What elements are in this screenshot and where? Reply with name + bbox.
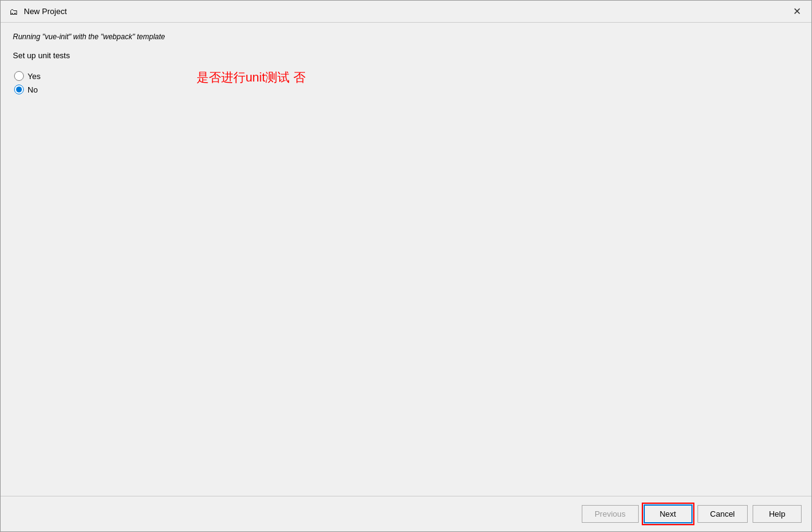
annotation-text: 是否进行unit测试 否	[197, 69, 306, 86]
subtitle-text: Running "vue-init" with the "webpack" te…	[13, 32, 799, 41]
next-button[interactable]: Next	[644, 504, 693, 523]
main-window: 🗂 New Project ✕ Running "vue-init" with …	[0, 0, 812, 532]
radio-no-input[interactable]	[14, 85, 24, 94]
close-button[interactable]: ✕	[789, 4, 804, 19]
radio-no[interactable]: No	[14, 85, 799, 94]
footer: Previous Next Cancel Help	[1, 496, 811, 531]
content-area: Running "vue-init" with the "webpack" te…	[1, 23, 811, 496]
title-bar-left: 🗂 New Project	[8, 6, 67, 17]
section-label: Set up unit tests	[13, 51, 799, 60]
title-bar: 🗂 New Project ✕	[1, 1, 811, 23]
app-icon: 🗂	[8, 6, 19, 17]
spacer	[13, 101, 799, 486]
radio-yes-label: Yes	[28, 72, 40, 81]
radio-no-label: No	[28, 85, 38, 94]
cancel-button[interactable]: Cancel	[697, 505, 748, 523]
radio-yes[interactable]: Yes	[14, 71, 799, 81]
previous-button[interactable]: Previous	[582, 505, 639, 523]
window-title: New Project	[24, 7, 67, 16]
help-button[interactable]: Help	[753, 505, 802, 523]
radio-group: Yes No	[14, 71, 799, 94]
radio-yes-input[interactable]	[14, 71, 24, 81]
